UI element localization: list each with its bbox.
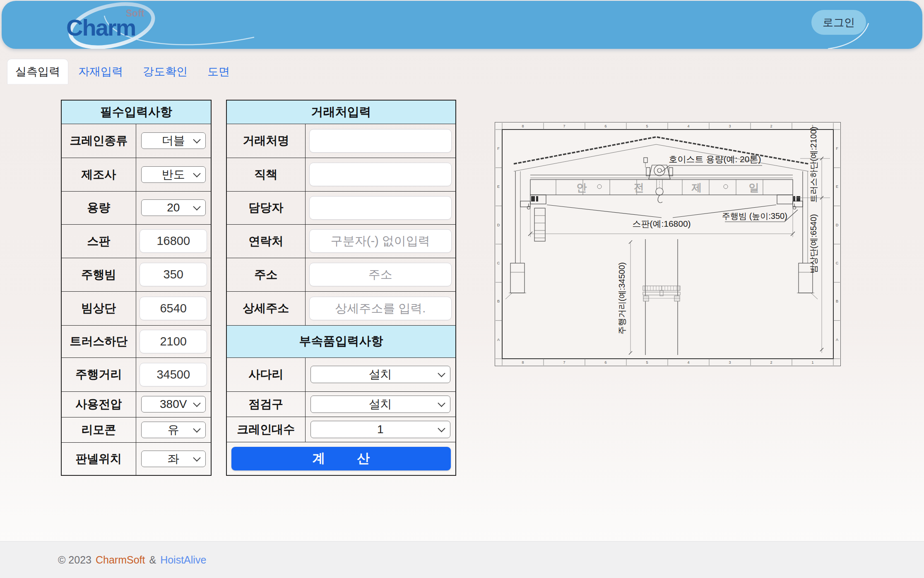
page: Charm Soft 로그인 실측입력 자재입력 강도확인 도면 필수입력사항 … bbox=[0, 0, 924, 578]
field-label: 사다리 bbox=[226, 357, 305, 391]
select-value: 반도 bbox=[162, 167, 185, 182]
inspection-port-select[interactable]: 설치 bbox=[310, 396, 450, 413]
select-value: 설치 bbox=[369, 367, 392, 382]
address-detail-input[interactable] bbox=[309, 297, 452, 320]
svg-text:3: 3 bbox=[729, 360, 731, 365]
table-row: 거래처명 bbox=[226, 124, 456, 158]
svg-text:6: 6 bbox=[604, 124, 606, 128]
table-row: 제조사 반도 bbox=[61, 158, 211, 191]
chevron-down-icon bbox=[193, 203, 200, 210]
table-row: 연락처 bbox=[226, 224, 456, 258]
select-value: 380V bbox=[160, 398, 187, 411]
table-row: 주행거리 bbox=[61, 357, 211, 391]
charmsoft-link[interactable]: CharmSoft bbox=[96, 554, 145, 566]
svg-text:3: 3 bbox=[729, 124, 731, 128]
table-row: 스판 bbox=[61, 224, 211, 258]
crane-type-select[interactable]: 더블 bbox=[141, 132, 206, 149]
client-name-input[interactable] bbox=[309, 129, 452, 153]
svg-text:7: 7 bbox=[563, 360, 565, 365]
remote-select[interactable]: 유 bbox=[141, 422, 206, 438]
login-button[interactable]: 로그인 bbox=[811, 10, 866, 35]
required-input-table: 필수입력사항 크레인종류 더블 제조사 반도 용량 20 스판 주행빔 빔상단 … bbox=[61, 100, 212, 476]
position-input[interactable] bbox=[309, 163, 452, 186]
svg-text:8: 8 bbox=[522, 124, 524, 128]
run-distance-label: 주행거리(예:34500) bbox=[617, 262, 626, 335]
svg-text:B: B bbox=[497, 299, 500, 303]
table-row: 사용전압 380V bbox=[61, 391, 211, 417]
svg-text:A: A bbox=[497, 338, 500, 342]
table-row: 용량 20 bbox=[61, 191, 211, 224]
ladder-select[interactable]: 설치 bbox=[310, 366, 450, 383]
svg-text:4: 4 bbox=[687, 360, 689, 365]
table-row: 주소 bbox=[226, 258, 456, 291]
address-input[interactable] bbox=[309, 263, 452, 286]
table-row: 계 산 bbox=[226, 442, 456, 475]
beamtop-input[interactable] bbox=[140, 297, 207, 320]
copyright-text: © 2023 bbox=[58, 554, 91, 566]
field-label: 스판 bbox=[61, 224, 136, 258]
table-row: 빔상단 bbox=[61, 291, 211, 325]
field-label: 상세주소 bbox=[226, 291, 305, 325]
field-label: 제조사 bbox=[61, 158, 136, 191]
span-input[interactable] bbox=[140, 229, 207, 253]
voltage-select[interactable]: 380V bbox=[141, 396, 206, 413]
tab-strength-check[interactable]: 강도확인 bbox=[133, 59, 197, 84]
hoistalive-link[interactable]: HoistAlive bbox=[160, 554, 206, 566]
select-value: 더블 bbox=[162, 133, 185, 149]
table-row: 크레인대수 1 bbox=[226, 417, 456, 442]
svg-text:2: 2 bbox=[770, 124, 772, 128]
footer-separator: & bbox=[149, 554, 156, 566]
client-input-table: 거래처입력 거래처명 직책 담당자 연락처 주소 상세주소 부속품입력사항 사다… bbox=[226, 100, 456, 476]
crane-drawing-panel: 8877665544332211FFEEDDCCBBAA bbox=[494, 121, 842, 367]
crane-count-select[interactable]: 1 bbox=[310, 421, 450, 438]
trussbottom-input[interactable] bbox=[140, 330, 207, 353]
contact-input[interactable] bbox=[309, 229, 452, 253]
manager-input[interactable] bbox=[309, 196, 452, 220]
svg-text:B: B bbox=[836, 299, 838, 303]
charmsoft-logo: Charm Soft bbox=[63, 2, 162, 49]
svg-text:E: E bbox=[497, 185, 500, 189]
field-label: 주행빔 bbox=[61, 258, 136, 291]
table-row: 상세주소 bbox=[226, 291, 456, 325]
svg-text:D: D bbox=[836, 223, 839, 227]
page-footer: © 2023 CharmSoft & HoistAlive bbox=[0, 541, 924, 578]
field-label: 크레인종류 bbox=[61, 124, 136, 158]
field-label: 주행거리 bbox=[61, 357, 136, 391]
rundistance-input[interactable] bbox=[140, 363, 207, 386]
girder-letter: 안 bbox=[577, 182, 587, 193]
tab-measure-input[interactable]: 실측입력 bbox=[7, 59, 68, 84]
chevron-down-icon bbox=[193, 136, 200, 143]
svg-text:C: C bbox=[497, 261, 500, 265]
chevron-down-icon bbox=[193, 399, 200, 407]
select-value: 설치 bbox=[369, 396, 392, 412]
table-row: 주행빔 bbox=[61, 258, 211, 291]
chevron-down-icon bbox=[438, 369, 445, 377]
svg-text:C: C bbox=[836, 261, 839, 265]
tab-drawing[interactable]: 도면 bbox=[197, 59, 240, 84]
calculate-button[interactable]: 계 산 bbox=[231, 447, 451, 470]
chevron-down-icon bbox=[438, 399, 445, 407]
panel-position-select[interactable]: 좌 bbox=[141, 451, 206, 467]
field-label: 주소 bbox=[226, 258, 305, 291]
table-row: 사다리 설치 bbox=[226, 357, 456, 391]
chevron-down-icon bbox=[193, 454, 200, 461]
table-row: 직책 bbox=[226, 158, 456, 191]
field-label: 용량 bbox=[61, 191, 136, 224]
field-label: 점검구 bbox=[226, 391, 305, 417]
manufacturer-select[interactable]: 반도 bbox=[141, 166, 206, 183]
svg-text:F: F bbox=[497, 146, 500, 151]
tab-material-input[interactable]: 자재입력 bbox=[68, 59, 133, 84]
chevron-down-icon bbox=[193, 425, 200, 432]
runbeam-input[interactable] bbox=[140, 263, 207, 286]
svg-text:A: A bbox=[836, 338, 838, 342]
svg-text:E: E bbox=[836, 185, 838, 189]
svg-text:6: 6 bbox=[604, 360, 606, 365]
runbeam-label: 주행빔 (높이:350) bbox=[722, 211, 787, 221]
field-label: 직책 bbox=[226, 158, 305, 191]
table-row: 크레인종류 더블 bbox=[61, 124, 211, 158]
field-label: 담당자 bbox=[226, 191, 305, 224]
table-row: 판넬위치 좌 bbox=[61, 442, 211, 475]
table-row: 트러스하단 bbox=[61, 325, 211, 357]
capacity-select[interactable]: 20 bbox=[141, 199, 206, 216]
girder-letter: 일 bbox=[749, 182, 759, 193]
